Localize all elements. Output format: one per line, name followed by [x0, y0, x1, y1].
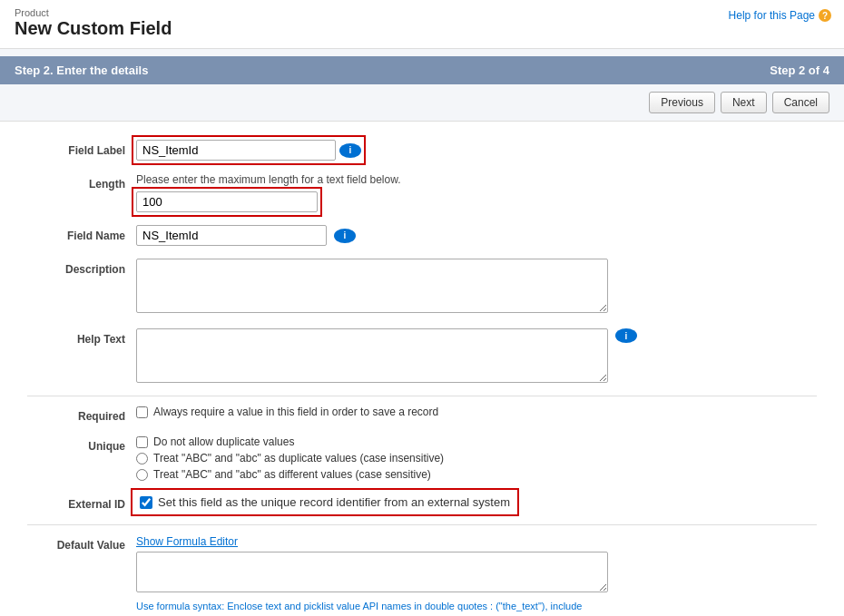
field-name-input[interactable] — [136, 225, 327, 246]
external-id-checkbox[interactable] — [140, 496, 152, 509]
external-id-wrap: Set this field as the unique record iden… — [136, 494, 817, 512]
product-label: Product — [15, 7, 829, 18]
external-id-checkbox-label[interactable]: Set this field as the unique record iden… — [136, 494, 514, 511]
unique-checkbox-text: Do not allow duplicate values — [153, 435, 294, 448]
field-label-wrap: i — [136, 140, 817, 161]
step-indicator: Step 2 of 4 — [770, 64, 829, 77]
field-label-info-icon[interactable]: i — [339, 143, 361, 158]
field-name-info-icon[interactable]: i — [334, 229, 356, 243]
required-wrap: Always require a value in this field in … — [136, 406, 817, 418]
help-icon: ? — [819, 9, 831, 22]
length-label: Length — [27, 173, 136, 191]
required-checkbox-text: Always require a value in this field in … — [153, 406, 438, 418]
unique-wrap: Do not allow duplicate values Treat "ABC… — [136, 435, 817, 481]
required-checkbox[interactable] — [136, 406, 148, 418]
unique-checkbox-label[interactable]: Do not allow duplicate values — [136, 435, 817, 448]
show-formula-link[interactable]: Show Formula Editor — [136, 535, 238, 548]
formula-hint: Use formula syntax: Enclose text and pic… — [136, 599, 608, 617]
external-id-text: Set this field as the unique record iden… — [158, 495, 510, 509]
length-wrap: Please enter the maximum length for a te… — [136, 173, 817, 212]
default-value-row: Default Value Show Formula Editor Use fo… — [27, 534, 817, 617]
help-text-wrap: i — [136, 328, 817, 383]
unique-radio2-text: Treat "ABC" and "abc" as different value… — [153, 468, 431, 481]
default-value-textarea[interactable] — [136, 552, 608, 592]
required-checkbox-label[interactable]: Always require a value in this field in … — [136, 406, 817, 418]
step-bar: Step 2. Enter the details Step 2 of 4 — [0, 56, 844, 84]
unique-row: Unique Do not allow duplicate values Tre… — [27, 435, 817, 481]
unique-label: Unique — [27, 435, 136, 453]
help-link[interactable]: Help for this Page ? — [729, 9, 831, 22]
unique-checkbox[interactable] — [136, 436, 148, 448]
top-cancel-button[interactable]: Cancel — [772, 92, 829, 113]
required-row: Required Always require a value in this … — [27, 406, 817, 423]
help-text-label: Help Text — [27, 328, 136, 346]
unique-radio1-text: Treat "ABC" and "abc" as duplicate value… — [153, 452, 444, 464]
description-row: Description — [27, 259, 817, 316]
default-value-wrap: Show Formula Editor Use formula syntax: … — [136, 534, 817, 617]
help-text-info-icon[interactable]: i — [615, 328, 637, 343]
unique-radio1[interactable] — [136, 453, 148, 464]
unique-radio2-label[interactable]: Treat "ABC" and "abc" as different value… — [136, 468, 817, 481]
external-id-label: External ID — [27, 494, 136, 511]
help-text: Help for this Page — [729, 9, 815, 22]
description-wrap — [136, 259, 817, 316]
top-previous-button[interactable]: Previous — [649, 92, 715, 113]
page-header: Product New Custom Field — [0, 0, 844, 49]
required-label: Required — [27, 406, 136, 423]
unique-radio2[interactable] — [136, 469, 148, 481]
top-toolbar: Previous Next Cancel — [0, 84, 844, 122]
length-note: Please enter the maximum length for a te… — [136, 173, 817, 186]
top-next-button[interactable]: Next — [721, 92, 767, 113]
external-id-row: External ID Set this field as the unique… — [27, 494, 817, 512]
field-name-wrap: i — [136, 225, 817, 246]
field-label-label: Field Label — [27, 140, 136, 157]
step-label: Step 2. Enter the details — [15, 64, 148, 77]
field-name-row: Field Name i — [27, 225, 817, 246]
length-input[interactable] — [136, 191, 318, 212]
help-text-row: Help Text i — [27, 328, 817, 383]
field-label-input[interactable] — [136, 140, 336, 161]
field-label-row: Field Label i — [27, 140, 817, 161]
description-label: Description — [27, 259, 136, 276]
field-name-label: Field Name — [27, 225, 136, 242]
help-text-input[interactable] — [136, 328, 608, 383]
page-title: New Custom Field — [15, 18, 829, 39]
form-area: Field Label i Length Please enter the ma… — [0, 122, 844, 616]
default-value-label: Default Value — [27, 534, 136, 552]
description-input[interactable] — [136, 259, 608, 313]
unique-radio1-label[interactable]: Treat "ABC" and "abc" as duplicate value… — [136, 452, 817, 464]
length-row: Length Please enter the maximum length f… — [27, 173, 817, 212]
